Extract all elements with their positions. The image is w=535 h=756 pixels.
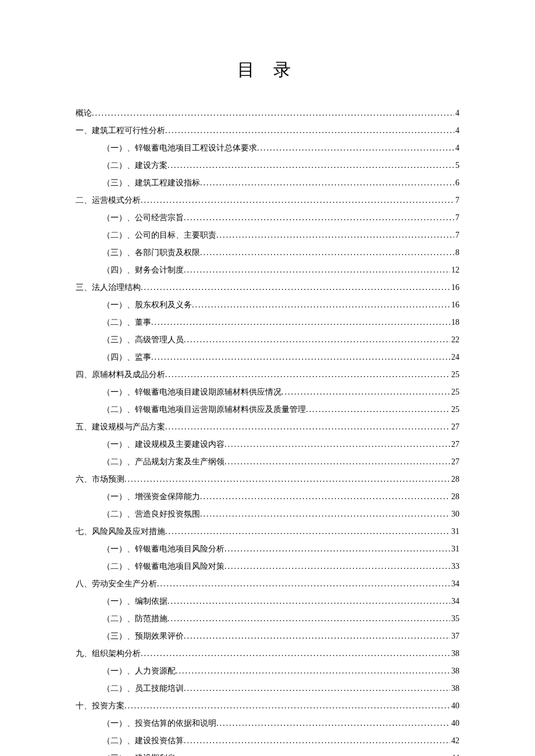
toc-entry-label: （二）、防范措施 [102,611,167,627]
toc-entry-page: 5 [454,157,459,174]
toc-entry-label: （二）、建设方案 [102,157,167,174]
toc-entry-page: 27 [450,454,459,470]
toc-row: （四）、财务会计制度12 [102,262,459,278]
toc-entry-page: 34 [450,593,459,610]
toc-row: （一）、公司经营宗旨7 [102,210,459,226]
toc-leader-dots [184,680,450,697]
toc-entry-page: 16 [450,297,459,313]
toc-leader-dots [165,524,450,540]
toc-entry-page: 31 [450,541,459,557]
page-title: 目 录 [76,58,459,82]
toc-leader-dots [216,227,454,243]
toc-entry-page: 25 [450,402,459,418]
toc-entry-label: 八、劳动安全生产分析 [76,576,157,592]
toc-row: 六、市场预测28 [76,471,459,488]
toc-leader-dots [184,262,450,278]
toc-leader-dots [167,611,450,627]
toc-row: 九、组织架构分析38 [76,646,459,662]
toc-leader-dots [224,454,450,470]
toc-entry-page: 31 [450,524,459,540]
toc-entry-label: 概论 [76,105,92,121]
toc-entry-page: 12 [450,262,459,278]
toc-row: （二）、员工技能培训38 [102,680,459,697]
toc-entry-page: 30 [450,506,459,522]
toc-leader-dots [224,541,450,557]
toc-leader-dots [167,593,450,610]
toc-entry-page: 4 [454,105,459,121]
toc-entry-page: 16 [450,280,459,296]
toc-entry-page: 40 [450,715,459,732]
toc-leader-dots [141,192,454,209]
toc-entry-page: 38 [450,646,459,662]
toc-entry-page: 35 [450,611,459,627]
toc-row: （一）、增强资金保障能力28 [102,489,459,505]
toc-leader-dots [165,367,450,383]
toc-leader-dots [141,646,450,662]
toc-entry-label: 三、法人治理结构 [76,280,141,296]
toc-row: （二）、锌银蓄电池项目运营期原辅材料供应及质量管理25 [102,402,459,418]
toc-leader-dots [306,402,450,418]
toc-entry-page: 6 [454,175,459,191]
toc-row: （二）、产品规划方案及生产纲领27 [102,454,459,470]
toc-entry-label: （三）、高级管理人员 [102,332,184,348]
toc-leader-dots [151,314,450,331]
toc-entry-page: 38 [450,680,459,697]
table-of-contents: 概论4一、建筑工程可行性分析4（一）、锌银蓄电池项目工程设计总体要求4（二）、建… [76,105,459,756]
toc-entry-page: 34 [450,576,459,592]
toc-row: （三）、各部门职责及权限8 [102,245,459,261]
toc-entry-page: 22 [450,332,459,348]
toc-row: （二）、建设方案5 [102,157,459,174]
toc-row: （一）、建设规模及主要建设内容27 [102,436,459,453]
toc-entry-label: （四）、监事 [102,349,151,366]
toc-entry-label: 七、风险风险及应对措施 [76,524,165,540]
toc-row: （三）、建筑工程建设指标6 [102,175,459,191]
toc-entry-label: （二）、董事 [102,314,151,331]
toc-entry-label: 一、建筑工程可行性分析 [76,123,165,139]
toc-row: （一）、投资估算的依据和说明40 [102,715,459,732]
toc-entry-label: 二、运营模式分析 [76,192,141,209]
toc-row: （二）、建设投资估算42 [102,733,459,749]
toc-entry-page: 40 [450,698,459,714]
toc-entry-page: 4 [454,140,459,156]
toc-entry-label: （二）、产品规划方案及生产纲领 [102,454,224,470]
toc-entry-label: （一）、公司经营宗旨 [102,210,184,226]
toc-entry-page: 44 [450,750,459,756]
toc-entry-label: （二）、员工技能培训 [102,680,184,697]
toc-entry-label: （一）、股东权利及义务 [102,297,192,313]
toc-row: 八、劳动安全生产分析34 [76,576,459,592]
toc-entry-page: 28 [450,471,459,488]
toc-entry-label: （二）、公司的目标、主要职责 [102,227,216,243]
toc-row: （二）、营造良好投资氛围30 [102,506,459,522]
toc-entry-page: 8 [454,245,459,261]
toc-leader-dots [184,628,450,644]
toc-entry-label: （二）、建设投资估算 [102,733,184,749]
toc-entry-label: （一）、人力资源配 [102,663,176,679]
toc-entry-page: 25 [450,367,459,383]
toc-entry-page: 38 [450,663,459,679]
toc-entry-label: （二）、锌银蓄电池项目风险对策 [102,558,224,575]
toc-leader-dots [124,698,450,714]
toc-entry-page: 7 [454,227,459,243]
toc-entry-page: 4 [454,123,459,139]
toc-entry-page: 18 [450,314,459,331]
toc-row: （一）、编制依据34 [102,593,459,610]
toc-row: （四）、监事24 [102,349,459,366]
toc-entry-label: （一）、锌银蓄电池项目工程设计总体要求 [102,140,257,156]
toc-entry-label: （二）、营造良好投资氛围 [102,506,200,522]
toc-row: （三）、建设期利息44 [102,750,459,756]
toc-row: （一）、锌银蓄电池项目工程设计总体要求4 [102,140,459,156]
toc-row: （一）、锌银蓄电池项目建设期原辅材料供应情况25 [102,384,459,400]
toc-entry-page: 27 [450,436,459,453]
toc-row: （一）、人力资源配38 [102,663,459,679]
toc-entry-page: 33 [450,558,459,575]
toc-row: 二、运营模式分析7 [76,192,459,209]
toc-entry-label: 五、建设规模与产品方案 [76,419,165,435]
toc-leader-dots [184,210,454,226]
toc-leader-dots [224,436,450,453]
toc-entry-label: （三）、预期效果评价 [102,628,184,644]
toc-row: 七、风险风险及应对措施31 [76,524,459,540]
toc-entry-page: 25 [450,384,459,400]
toc-leader-dots [200,506,450,522]
toc-row: 一、建筑工程可行性分析4 [76,123,459,139]
toc-leader-dots [167,157,454,174]
